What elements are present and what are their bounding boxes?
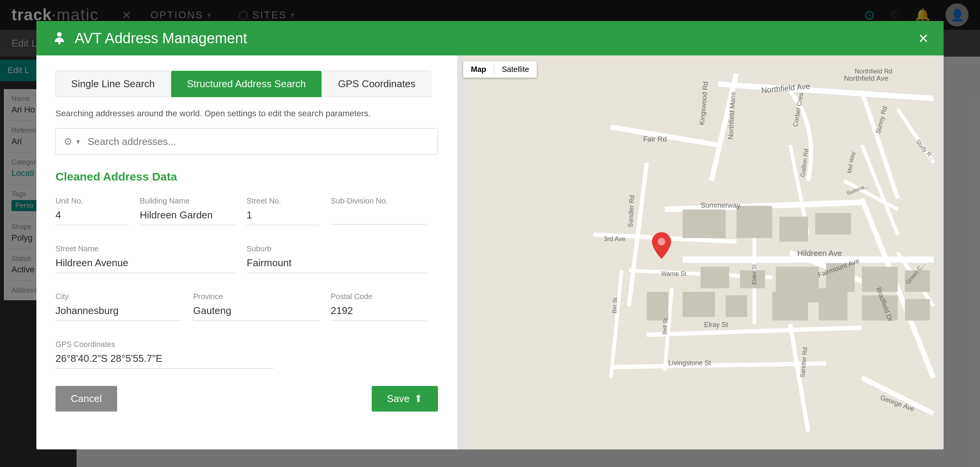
address-row-1: Unit No. 4 Building Name Hildreen Garden…: [56, 197, 438, 233]
building-name-value: Hildreen Garden: [140, 209, 235, 225]
map-container: Map Satellite: [457, 55, 944, 449]
field-unit-no: Unit No. 4: [56, 197, 140, 233]
field-street-name: Street Name Hildreen Avenue: [56, 244, 247, 281]
field-postal-code: Postal Code 2192: [331, 292, 438, 329]
svg-text:Elder St: Elder St: [751, 264, 757, 285]
modal-close-button[interactable]: ×: [918, 30, 928, 47]
unit-no-label: Unit No.: [56, 197, 128, 205]
save-button[interactable]: Save ⬆: [372, 386, 438, 412]
search-info-text: Searching addresses around the world. Op…: [56, 109, 438, 119]
svg-rect-17: [772, 292, 808, 321]
field-building-name: Building Name Hildreen Garden: [140, 197, 247, 233]
subdivision-value: [331, 209, 426, 225]
save-label: Save: [387, 393, 410, 405]
modal-body: Single Line Search Structured Address Se…: [36, 55, 944, 449]
tab-bar: Single Line Search Structured Address Se…: [56, 71, 438, 97]
tab-structured-address[interactable]: Structured Address Search: [171, 71, 322, 97]
suburb-value: Fairmount: [247, 257, 427, 273]
field-gps: GPS Coordinates 26°8'40.2"S 28°5'55.7"E: [56, 340, 285, 376]
save-upload-icon: ⬆: [414, 393, 423, 405]
cancel-button[interactable]: Cancel: [56, 386, 117, 412]
svg-rect-18: [819, 288, 848, 321]
search-input[interactable]: [88, 136, 430, 148]
city-label: City: [56, 292, 182, 301]
svg-rect-20: [905, 299, 930, 321]
map-type-map-button[interactable]: Map: [463, 61, 494, 78]
svg-text:3rd Ave: 3rd Ave: [604, 235, 626, 242]
subdivision-label: Sub-Division No.: [331, 197, 426, 205]
svg-rect-4: [683, 210, 725, 238]
map-pin: [652, 232, 671, 260]
field-province: Province Gauteng: [193, 292, 331, 329]
gps-label: GPS Coordinates: [56, 340, 274, 349]
province-value: Gauteng: [193, 305, 320, 321]
modal-left-panel: Single Line Search Structured Address Se…: [36, 55, 457, 449]
field-street-no: Street No. 1: [247, 197, 331, 233]
tab-single-line[interactable]: Single Line Search: [56, 71, 170, 97]
modal-footer: Cancel Save ⬆: [56, 376, 438, 415]
svg-rect-5: [737, 206, 773, 238]
svg-point-0: [57, 32, 62, 37]
tab-gps-coordinates[interactable]: GPS Coordinates: [322, 71, 431, 97]
map-type-satellite-button[interactable]: Satellite: [494, 61, 537, 78]
modal-header-icon: [52, 29, 67, 48]
map-type-controls: Map Satellite: [463, 61, 537, 78]
svg-text:Bell St: Bell St: [661, 318, 668, 335]
city-value: Johannesburg: [56, 305, 182, 321]
suburb-label: Suburb: [247, 244, 427, 253]
unit-no-value: 4: [56, 209, 128, 225]
modal-right-map-panel: Map Satellite: [457, 55, 944, 449]
modal-title: AVT Address Management: [75, 30, 918, 47]
field-city: City Johannesburg: [56, 292, 193, 329]
svg-text:Hildreen Ave: Hildreen Ave: [797, 249, 842, 257]
field-suburb: Suburb Fairmount: [247, 244, 438, 281]
address-row-3: City Johannesburg Province Gauteng Posta…: [56, 292, 438, 329]
svg-text:Warne St: Warne St: [661, 270, 686, 277]
province-label: Province: [193, 292, 320, 301]
search-bar-chevron-icon[interactable]: ▾: [76, 137, 80, 146]
svg-text:Livingstone St: Livingstone St: [668, 359, 711, 367]
modal-header: AVT Address Management ×: [36, 21, 944, 55]
street-no-value: 1: [247, 209, 319, 225]
svg-rect-15: [683, 292, 715, 317]
address-management-modal: AVT Address Management × Single Line Sea…: [36, 21, 944, 449]
street-name-label: Street Name: [56, 244, 235, 253]
svg-text:Northfield Ave: Northfield Ave: [844, 74, 889, 82]
svg-text:Northfield Rd: Northfield Rd: [855, 68, 892, 75]
section-title: Cleaned Address Data: [56, 170, 438, 183]
postal-code-value: 2192: [331, 305, 426, 321]
field-subdivision: Sub-Division No.: [331, 197, 438, 233]
settings-icon[interactable]: ⚙: [64, 136, 72, 148]
svg-rect-14: [647, 292, 668, 321]
svg-text:Summerway: Summerway: [701, 201, 741, 209]
street-name-value: Hildreen Avenue: [56, 257, 235, 273]
svg-text:Fair Rd: Fair Rd: [643, 135, 666, 143]
svg-rect-7: [815, 213, 851, 234]
svg-rect-16: [726, 295, 747, 317]
svg-text:Birt St: Birt St: [611, 297, 618, 313]
street-no-label: Street No.: [247, 197, 319, 205]
gps-value: 26°8'40.2"S 28°5'55.7"E: [56, 353, 274, 369]
map-svg: Northfield Ave Kingswood Rd Corbel Cres …: [457, 55, 944, 449]
address-row-2: Street Name Hildreen Avenue Suburb Fairm…: [56, 244, 438, 281]
building-name-label: Building Name: [140, 197, 235, 205]
svg-text:Elray St: Elray St: [704, 321, 728, 329]
address-row-4: GPS Coordinates 26°8'40.2"S 28°5'55.7"E: [56, 340, 438, 376]
svg-rect-8: [701, 267, 729, 288]
postal-code-label: Postal Code: [331, 292, 426, 301]
search-bar[interactable]: ⚙ ▾: [56, 128, 438, 155]
svg-rect-6: [779, 216, 808, 242]
svg-point-48: [658, 238, 665, 246]
